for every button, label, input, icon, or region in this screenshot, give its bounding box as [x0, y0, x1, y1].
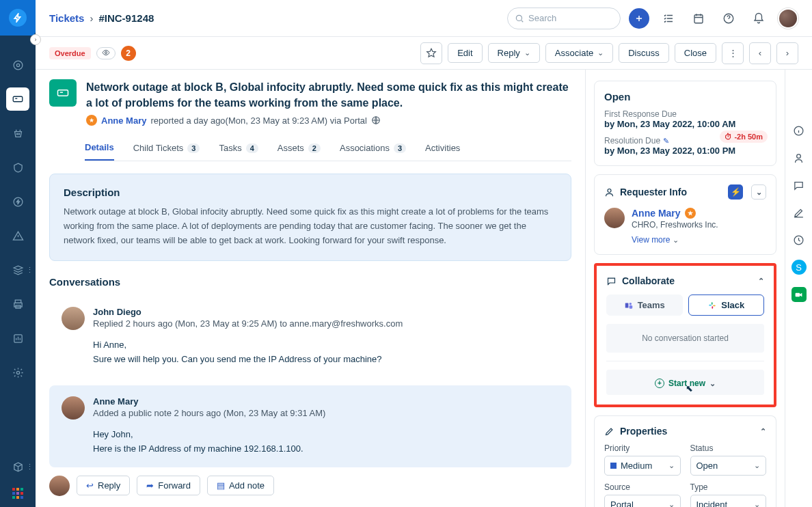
- nav-apps-icon[interactable]: [12, 488, 23, 499]
- contact-icon[interactable]: [791, 150, 807, 165]
- tab-assets[interactable]: Assets2: [278, 135, 321, 161]
- chat-icon[interactable]: [791, 178, 807, 193]
- reply-toolbar: ↩Reply ➦Forward ▤Add note: [49, 476, 571, 496]
- video-icon[interactable]: [791, 287, 807, 302]
- sla-card: Open First Response Due by Mon, 23 May 2…: [594, 81, 776, 166]
- tab-associations[interactable]: Associations3: [340, 135, 406, 161]
- watchers-count: 2: [121, 46, 136, 61]
- help-icon[interactable]: [718, 8, 740, 29]
- svg-rect-2: [13, 96, 23, 102]
- tab-activities[interactable]: Activities: [425, 135, 460, 161]
- globe-icon: [371, 115, 381, 125]
- vip-flag-icon[interactable]: ⚡: [728, 184, 743, 200]
- bell-icon[interactable]: [748, 8, 770, 29]
- associate-button[interactable]: Associate⌄: [545, 43, 613, 63]
- tab-child-tickets[interactable]: Child Tickets3: [133, 135, 200, 161]
- edit-icon[interactable]: [791, 205, 807, 220]
- nav-alerts-icon[interactable]: [6, 224, 29, 247]
- view-more-link[interactable]: View more⌄: [632, 235, 718, 245]
- tab-details[interactable]: Details: [85, 135, 114, 161]
- chevron-up-icon[interactable]: ⌃: [758, 277, 764, 286]
- history-icon[interactable]: [791, 232, 807, 247]
- user-avatar[interactable]: [778, 8, 798, 29]
- reply-button[interactable]: Reply⌄: [488, 43, 540, 63]
- reporter-name[interactable]: Anne Mary: [101, 115, 146, 126]
- discuss-button[interactable]: Discuss: [619, 43, 669, 63]
- edit-button[interactable]: Edit: [448, 43, 482, 63]
- nav-problems-icon[interactable]: [6, 122, 29, 145]
- collapse-toggle[interactable]: ›: [30, 34, 41, 45]
- svg-point-11: [516, 15, 522, 20]
- source-label: Source: [604, 482, 681, 492]
- new-ticket-button[interactable]: [629, 8, 649, 29]
- breadcrumb-root[interactable]: Tickets: [49, 12, 84, 24]
- nav-reports-icon[interactable]: [6, 327, 29, 350]
- status-label: Status: [690, 443, 767, 453]
- edit-pencil-icon[interactable]: ✎: [663, 137, 669, 145]
- more-actions-button[interactable]: ⋮: [722, 42, 744, 64]
- star-button[interactable]: [420, 42, 442, 64]
- breadcrumb-current: #INC-91248: [98, 12, 154, 24]
- properties-card: Properties ⌃ Priority Medium⌄ Status Ope…: [594, 415, 776, 507]
- svg-point-4: [18, 133, 19, 134]
- chevron-down-icon[interactable]: ⌄: [751, 184, 766, 200]
- no-conversation-message: No conversation started: [606, 324, 764, 353]
- start-new-button[interactable]: +Start new⌄ ⬉: [606, 370, 764, 395]
- close-button[interactable]: Close: [675, 43, 716, 63]
- priority-select[interactable]: Medium⌄: [604, 456, 681, 476]
- requester-heading: Requester Info: [620, 187, 722, 197]
- next-ticket-button[interactable]: ›: [776, 42, 798, 64]
- nav-releases-icon[interactable]: [6, 190, 29, 213]
- svg-point-1: [16, 64, 19, 66]
- nav-print-icon[interactable]: [6, 292, 29, 316]
- description-heading: Description: [64, 187, 557, 198]
- conv-author: John Diego: [93, 307, 559, 317]
- nav-assets-icon[interactable]: [6, 258, 29, 282]
- svg-point-14: [105, 51, 107, 53]
- conversation-note: Anne Mary Added a public note 2 hours ag…: [49, 385, 571, 467]
- nav-cube-icon[interactable]: [6, 455, 29, 478]
- sla-status: Open: [604, 91, 766, 102]
- status-select[interactable]: Open⌄: [690, 456, 767, 476]
- requester-name[interactable]: Anne Mary★: [632, 208, 718, 219]
- properties-heading: Properties: [620, 426, 755, 437]
- nav-changes-icon[interactable]: [6, 156, 29, 179]
- watchers-chip[interactable]: [96, 47, 116, 59]
- slack-tab[interactable]: Slack: [688, 294, 765, 316]
- skype-icon[interactable]: S: [791, 260, 807, 275]
- chat-icon: [606, 276, 617, 286]
- todo-icon[interactable]: [658, 8, 679, 29]
- reply-inline-button[interactable]: ↩Reply: [77, 476, 130, 495]
- avatar: [604, 208, 625, 228]
- type-select[interactable]: Incident⌄: [690, 495, 767, 507]
- description-body: Network outage at block B, Global infoci…: [64, 205, 557, 247]
- svg-point-3: [16, 133, 17, 134]
- svg-rect-12: [694, 14, 703, 23]
- tab-tasks[interactable]: Tasks4: [219, 135, 258, 161]
- conv-meta: Replied 2 hours ago (Mon, 23 May at 9:25…: [93, 318, 559, 329]
- source-select[interactable]: Portal⌄: [604, 495, 681, 507]
- svg-rect-15: [58, 90, 68, 96]
- ticket-sidebar: Open First Response Due by Mon, 23 May 2…: [585, 70, 785, 507]
- app-logo[interactable]: [0, 0, 36, 36]
- teams-icon: [624, 301, 634, 310]
- nav-tickets-icon[interactable]: [6, 87, 29, 111]
- teams-tab[interactable]: Teams: [606, 294, 683, 316]
- collaborate-highlight: Collaborate ⌃ Teams Slack No conver: [594, 263, 776, 407]
- chevron-up-icon[interactable]: ⌃: [760, 427, 766, 436]
- svg-point-17: [608, 189, 611, 192]
- nav-settings-icon[interactable]: [6, 361, 29, 384]
- cursor-icon: ⬉: [686, 383, 693, 394]
- info-icon[interactable]: [791, 123, 807, 138]
- svg-rect-23: [713, 305, 716, 306]
- sla-overdue-chip: ⏱-2h 50m: [720, 131, 768, 143]
- nav-dashboard-icon[interactable]: [6, 53, 29, 77]
- prev-ticket-button[interactable]: ‹: [749, 42, 771, 64]
- svg-point-26: [797, 154, 801, 158]
- forward-button[interactable]: ➦Forward: [137, 476, 200, 495]
- vip-badge-icon: ★: [86, 115, 97, 126]
- add-note-button[interactable]: ▤Add note: [207, 476, 274, 495]
- search-input[interactable]: Search: [507, 8, 621, 29]
- svg-rect-18: [625, 303, 628, 307]
- calendar-icon[interactable]: [688, 8, 709, 29]
